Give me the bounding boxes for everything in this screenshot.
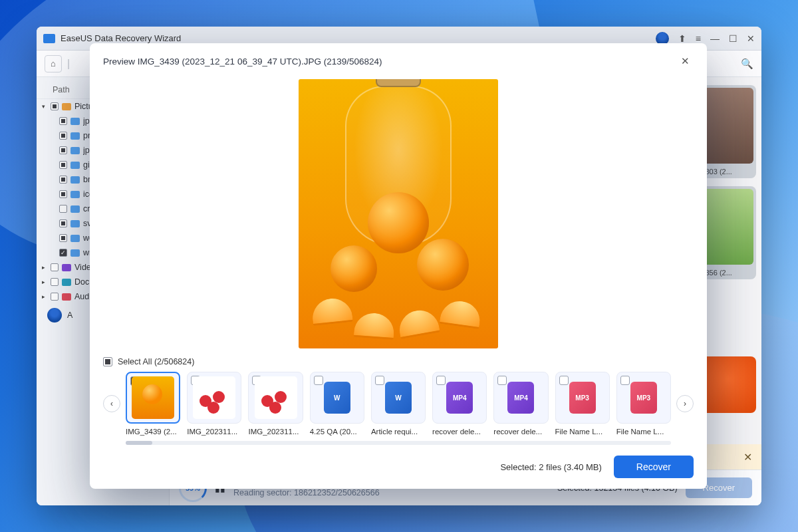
- recover-button[interactable]: Recover: [614, 456, 694, 478]
- preview-image-area: [103, 76, 694, 350]
- folder-icon: [70, 118, 80, 125]
- thumb-filename: IMG_202311...: [187, 428, 241, 436]
- folder-icon: [70, 162, 80, 169]
- thumb-filename: Article requi...: [371, 428, 426, 436]
- thumb-checkbox[interactable]: [497, 376, 507, 385]
- file-type-icon: MP4: [446, 382, 473, 414]
- thumbnail-card[interactable]: MP4recover dele...: [432, 372, 487, 436]
- banner-close-icon[interactable]: ✕: [743, 451, 752, 464]
- caret-right-icon: ▸: [42, 264, 47, 271]
- folder-icon: [70, 191, 80, 198]
- checkbox[interactable]: [59, 132, 67, 140]
- scan-sector-text: Reading sector: 186212352/250626566: [233, 488, 380, 497]
- checkbox[interactable]: [59, 146, 67, 154]
- thumb-checkbox[interactable]: [436, 376, 446, 385]
- strip-prev-button[interactable]: ‹: [103, 395, 120, 412]
- preview-image: [299, 79, 498, 348]
- ai-helper-label: A: [67, 311, 72, 320]
- folder-icon: [70, 220, 80, 227]
- checkbox[interactable]: [51, 263, 59, 271]
- folder-icon: [70, 147, 80, 154]
- file-type-icon: W: [385, 382, 412, 414]
- folder-icon: [70, 176, 80, 184]
- thumb-filename: IMG_202311...: [248, 428, 303, 436]
- thumb-filename: IMG_3439 (2...: [126, 428, 180, 436]
- app-logo-icon: [43, 34, 55, 43]
- thumb-checkbox[interactable]: [314, 376, 323, 385]
- select-all-label: Select All (2/506824): [118, 357, 194, 366]
- thumbnail-strip: IMG_3439 (2...IMG_202311...IMG_202311...…: [126, 372, 671, 436]
- strip-next-button[interactable]: ›: [676, 395, 694, 412]
- thumbnail-card[interactable]: IMG_202311...: [187, 372, 241, 436]
- checkbox[interactable]: [59, 249, 67, 257]
- folder-icon: [62, 279, 71, 286]
- folder-icon: [62, 264, 71, 271]
- thumbnail-card[interactable]: IMG_202311...: [248, 372, 303, 436]
- thumb-image: [193, 376, 235, 419]
- thumb-filename: recover dele...: [493, 428, 548, 436]
- checkbox[interactable]: [51, 102, 59, 110]
- file-type-icon: W: [324, 382, 350, 414]
- folder-icon: [70, 235, 80, 242]
- file-type-icon: MP3: [630, 382, 657, 414]
- app-title: EaseUS Data Recovery Wizard: [61, 33, 656, 43]
- thumb-filename: 4.25 QA (20...: [310, 428, 364, 436]
- thumb-filename: File Name L...: [555, 428, 610, 436]
- checkbox[interactable]: [59, 161, 67, 169]
- thumb-image: [255, 376, 297, 419]
- folder-icon: [70, 249, 80, 257]
- thumb-checkbox[interactable]: [375, 376, 384, 385]
- minimize-button[interactable]: —: [710, 33, 720, 44]
- folder-icon: [62, 293, 71, 301]
- modal-close-button[interactable]: ✕: [677, 53, 694, 70]
- thumbnail-card[interactable]: MP3File Name L...: [616, 372, 671, 436]
- thumbnail-card[interactable]: MP3File Name L...: [555, 372, 610, 436]
- checkbox[interactable]: [59, 117, 67, 125]
- checkbox[interactable]: [51, 293, 59, 301]
- file-type-icon: MP3: [569, 382, 596, 414]
- upgrade-icon[interactable]: ⬆: [678, 33, 686, 44]
- thumb-image: [132, 376, 174, 419]
- modal-selected-text: Selected: 2 files (3.40 MB): [500, 462, 601, 472]
- caret-down-icon: ▾: [42, 103, 47, 110]
- home-button[interactable]: ⌂: [45, 55, 62, 72]
- close-window-button[interactable]: ✕: [747, 33, 755, 44]
- preview-modal: Preview IMG_3439 (2023_12_21 06_39_47 UT…: [90, 43, 707, 489]
- maximize-button[interactable]: ☐: [729, 33, 737, 44]
- thumb-filename: File Name L...: [616, 428, 671, 436]
- modal-title: Preview IMG_3439 (2023_12_21 06_39_47 UT…: [103, 57, 677, 66]
- folder-icon: [70, 205, 80, 213]
- checkbox[interactable]: [51, 278, 59, 286]
- checkbox[interactable]: [59, 190, 67, 198]
- strip-scrollbar[interactable]: [126, 441, 671, 445]
- menu-icon[interactable]: ≡: [696, 33, 701, 44]
- thumbnail-card[interactable]: MP4recover dele...: [493, 372, 548, 436]
- checkbox[interactable]: [59, 234, 67, 242]
- search-icon[interactable]: 🔍: [741, 58, 753, 70]
- folder-icon: [62, 103, 71, 110]
- thumbnail-card[interactable]: W4.25 QA (20...: [310, 372, 364, 436]
- checkbox[interactable]: [59, 176, 67, 184]
- folder-icon: [70, 132, 80, 140]
- thumb-checkbox[interactable]: [559, 376, 569, 385]
- ai-helper-icon[interactable]: [47, 308, 62, 323]
- checkbox[interactable]: [59, 219, 67, 227]
- file-type-icon: MP4: [507, 382, 534, 414]
- thumbnail-card[interactable]: IMG_3439 (2...: [126, 372, 180, 436]
- select-all-checkbox[interactable]: [103, 357, 112, 366]
- checkbox[interactable]: [59, 205, 67, 213]
- thumbnail-card[interactable]: WArticle requi...: [371, 372, 426, 436]
- caret-right-icon: ▸: [42, 279, 47, 285]
- thumb-checkbox[interactable]: [620, 376, 630, 385]
- caret-right-icon: ▸: [42, 293, 47, 300]
- thumb-filename: recover dele...: [432, 428, 487, 436]
